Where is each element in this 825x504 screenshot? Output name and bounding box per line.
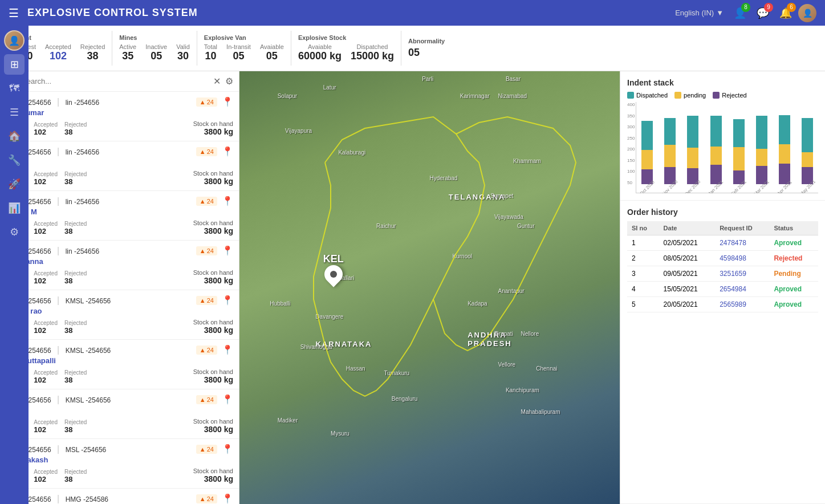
right-panel: Indent stack Dispatched pending Rejected — [620, 71, 825, 504]
messages-icon[interactable]: 👤 8 — [732, 5, 748, 21]
bar-stack — [641, 121, 653, 184]
request-id-link[interactable]: 4598498 — [720, 254, 746, 262]
legend-dispatched: Dispatched — [627, 92, 668, 99]
indent-rejected-label: Rejected — [80, 43, 105, 50]
location-icon[interactable]: 📍 — [222, 245, 233, 256]
mine-rejected-stat: Rejected 38 — [64, 171, 87, 186]
request-id-link[interactable]: 2654984 — [720, 285, 746, 293]
mines-active: Active 35 — [119, 43, 136, 62]
order-history-table: SI no Date Request ID Status 1 02/05/202… — [627, 221, 818, 312]
basar-city: Basar — [506, 76, 521, 82]
nav-chart-icon[interactable]: 📊 — [4, 198, 25, 218]
mine-card-5[interactable]: KMSL -254656 | KMSL -254656 ▲ 24 📍 Tino … — [0, 340, 239, 389]
mine-accepted-stat: Accepted 102 — [34, 171, 58, 186]
alert-count: 24 — [207, 495, 214, 502]
mine-stock-label: Stock on hand — [193, 319, 233, 326]
abnormality-value: 05 — [408, 47, 420, 59]
mine-alert-badge: ▲ 24 — [196, 197, 217, 206]
van-intransit: In-transit 05 — [226, 43, 251, 62]
request-id-link[interactable]: 2565989 — [720, 300, 746, 308]
pending-bar-segment — [756, 149, 767, 166]
mines-active-label: Active — [119, 43, 136, 50]
hamburger-icon[interactable]: ☰ — [9, 6, 19, 20]
mine-card-8[interactable]: KMSL -254656 | HMG -254586 ▲ 24 📍 Satish… — [0, 489, 239, 504]
nav-tools-icon[interactable]: 🔧 — [4, 150, 25, 170]
cell-request-id[interactable]: 2478478 — [715, 235, 769, 251]
bar-stack — [779, 115, 790, 184]
order-history-title: Order history — [627, 208, 818, 217]
kurnool-city: Kurnool — [453, 253, 472, 259]
table-header-row: SI no Date Request ID Status — [627, 221, 818, 235]
van-available-label: Avaiable — [260, 43, 284, 50]
user-avatar[interactable]: 👤 — [798, 4, 816, 22]
nav-list-icon[interactable]: ☰ — [4, 102, 25, 123]
mine-card-4[interactable]: KMSL -254656 | KMSL -254656 ▲ 24 📍 Subba… — [0, 290, 239, 340]
location-icon[interactable]: 📍 — [222, 295, 233, 306]
chart-y-labels: 400 350 300 250 200 150 100 50 — [627, 102, 635, 193]
location-icon[interactable]: 📍 — [222, 444, 233, 454]
stock-available-label: Avaiable — [308, 43, 332, 50]
mine-card-0[interactable]: KMSL -254656 | lin -254656 ▲ 24 📍 Ramkum… — [0, 92, 239, 141]
cell-request-id[interactable]: 2565989 — [715, 297, 769, 312]
indent-accepted-value: 102 — [50, 50, 67, 62]
nav-settings-icon[interactable]: ⚙ — [4, 222, 25, 242]
kel-marker[interactable]: KEL — [323, 253, 344, 283]
mine-alert-badge: ▲ 24 — [196, 494, 217, 503]
van-total-value: 10 — [205, 50, 216, 62]
kadapa-city: Kadapa — [468, 300, 487, 307]
location-icon[interactable]: 📍 — [222, 196, 233, 206]
app-title: EXPLOSIVE CONTROL SYSTEM — [27, 7, 666, 19]
alerts-icon[interactable]: 🔔 6 — [778, 5, 794, 21]
mine-stock-label: Stock on hand — [193, 418, 233, 425]
location-icon[interactable]: 📍 — [222, 394, 233, 405]
cell-request-id[interactable]: 3251659 — [715, 266, 769, 282]
notifications-icon[interactable]: 💬 9 — [755, 5, 771, 21]
col-request-id: Request ID — [715, 221, 769, 235]
indent-stack-title: Indent stack — [627, 78, 818, 87]
mine-accepted-stat: Accepted 102 — [34, 320, 58, 335]
cell-request-id[interactable]: 2654984 — [715, 282, 769, 297]
filter-button[interactable]: ⚙ — [225, 76, 233, 87]
location-icon[interactable]: 📍 — [222, 146, 233, 157]
location-icon[interactable]: 📍 — [222, 344, 233, 355]
mine-card-2[interactable]: KMSL -254656 | lin -254656 ▲ 24 📍 Manas … — [0, 191, 239, 241]
nav-user-avatar[interactable]: 👤 — [4, 30, 25, 51]
mine-card-7[interactable]: KMSL -254656 | MSL -254656 ▲ 24 📍 OM pra… — [0, 439, 239, 489]
mine-accepted-stat: Accepted 102 — [34, 121, 58, 136]
solapur-city: Solapur — [278, 93, 297, 99]
mine-rejected-stat: Rejected 38 — [64, 320, 87, 335]
mine-card-6[interactable]: KMSL -254656 | KMSL -254656 ▲ 24 📍 Ribin… — [0, 389, 239, 439]
request-id-link[interactable]: 2478478 — [720, 239, 746, 247]
search-input[interactable] — [22, 77, 209, 86]
mine-stock-label: Stock on hand — [193, 170, 233, 177]
warning-icon: ▲ — [200, 347, 206, 353]
explosive-van-stats: Explosive Van Total 10 In-transit 05 Ava… — [197, 31, 291, 66]
nav-map-icon[interactable]: 🗺 — [4, 78, 25, 99]
clear-search-button[interactable]: ✕ — [213, 76, 221, 87]
hubballi-city: Hubballi — [270, 300, 290, 307]
van-intransit-label: In-transit — [226, 43, 251, 50]
cell-request-id[interactable]: 4598498 — [715, 251, 769, 266]
dispatched-bar-segment — [756, 116, 767, 149]
alert-count: 24 — [207, 148, 214, 155]
location-icon[interactable]: 📍 — [222, 493, 233, 504]
mine-card-1[interactable]: KMSL -254656 | lin -254656 ▲ 24 📍 Raja s… — [0, 141, 239, 191]
mine-card-3[interactable]: KMSL -254656 | lin -254656 ▲ 24 📍 Thippa… — [0, 241, 239, 290]
location-icon[interactable]: 📍 — [222, 96, 233, 107]
nav-rocket-icon[interactable]: 🚀 — [4, 174, 25, 194]
khammam-city: Khammam — [513, 158, 540, 164]
mines-inactive-value: 05 — [151, 50, 162, 62]
cell-si: 1 — [627, 235, 659, 251]
nav-home-icon[interactable]: 🏠 — [4, 126, 25, 147]
language-selector[interactable]: English (IN) ▼ — [675, 9, 724, 17]
hassan-city: Hassan — [346, 365, 365, 372]
mine-rejected-stat: Rejected 38 — [64, 221, 87, 235]
bar-chart: Oct 2020Nov 2020Dec 2020Jan 2021Feb 2021… — [636, 102, 818, 193]
indent-accepted-label: Accepted — [45, 43, 71, 50]
mine-name: Ribin — [6, 406, 233, 414]
request-id-link[interactable]: 3251659 — [720, 270, 746, 278]
nav-dashboard-icon[interactable]: ⊞ — [4, 54, 25, 75]
mine-name: Thippanna — [6, 257, 233, 266]
nellore-city: Nellore — [521, 331, 539, 337]
col-date: Date — [659, 221, 716, 235]
